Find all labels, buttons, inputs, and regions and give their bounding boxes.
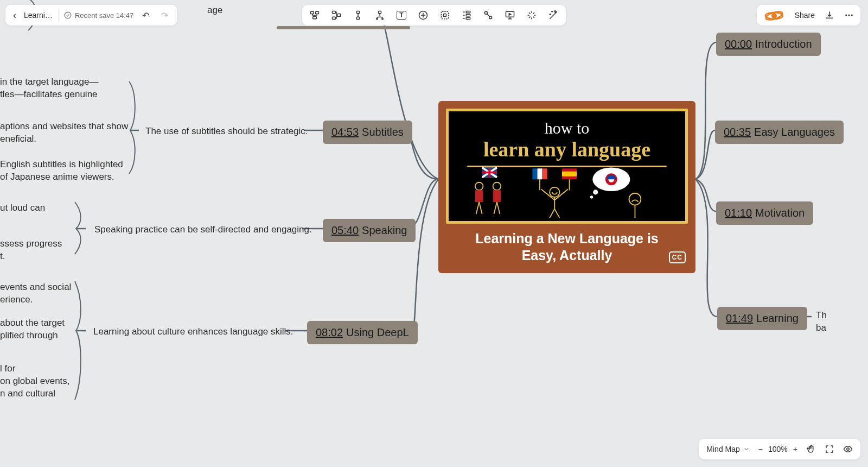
svg-rect-52 bbox=[466, 11, 470, 13]
chapter-label: Learning bbox=[756, 312, 799, 324]
text-tool-icon[interactable]: T bbox=[395, 9, 407, 21]
chapter-label: Easy Languages bbox=[754, 126, 835, 138]
svg-point-9 bbox=[475, 182, 483, 191]
anno-speaking-summary[interactable]: Speaking practice can be self-directed a… bbox=[94, 224, 312, 236]
svg-point-62 bbox=[848, 15, 850, 16]
zoom-out-button[interactable]: − bbox=[758, 445, 763, 453]
pan-tool-icon[interactable] bbox=[806, 444, 816, 454]
chapter-node-learning[interactable]: 01:49Learning bbox=[717, 307, 807, 330]
svg-point-64 bbox=[847, 448, 850, 451]
svg-line-12 bbox=[479, 202, 482, 214]
zoom-in-button[interactable]: + bbox=[793, 445, 797, 453]
add-child-node-icon[interactable] bbox=[309, 9, 321, 21]
chapter-node-deepl[interactable]: 08:02Using DeepL bbox=[307, 321, 418, 344]
timestamp: 01:10 bbox=[725, 207, 752, 219]
anno-right-fragment: Th ba bbox=[816, 310, 827, 335]
app-logo-icon[interactable] bbox=[763, 10, 785, 21]
svg-rect-10 bbox=[475, 190, 483, 202]
svg-point-34 bbox=[590, 195, 593, 198]
back-button[interactable]: ‹ bbox=[11, 8, 18, 22]
svg-line-28 bbox=[550, 209, 554, 218]
svg-rect-50 bbox=[441, 11, 448, 18]
add-icon[interactable] bbox=[417, 9, 429, 21]
timestamp: 00:00 bbox=[725, 38, 752, 50]
thumb-line1: how to bbox=[449, 119, 685, 137]
redo-button[interactable]: ↷ bbox=[158, 8, 171, 23]
anno-top-fragment: age bbox=[207, 4, 222, 17]
svg-rect-45 bbox=[357, 17, 360, 19]
svg-rect-42 bbox=[333, 17, 336, 19]
add-sibling-node-icon[interactable] bbox=[330, 9, 342, 21]
video-thumbnail: how to learn any language bbox=[446, 109, 688, 224]
anno-deepl-2: about the target plified through bbox=[0, 317, 65, 342]
svg-line-11 bbox=[476, 202, 479, 214]
ai-sparkle-icon[interactable] bbox=[526, 9, 538, 21]
chapter-node-intro[interactable]: 00:00Introduction bbox=[716, 33, 821, 56]
anno-subtitles-3: English subtitles is highlighted of Japa… bbox=[0, 159, 123, 184]
svg-rect-18 bbox=[537, 168, 542, 179]
preview-eye-icon[interactable] bbox=[843, 444, 853, 454]
chapter-node-motivation[interactable]: 01:10Motivation bbox=[716, 201, 813, 225]
chapter-label: Introduction bbox=[755, 38, 812, 50]
svg-point-24 bbox=[550, 187, 559, 197]
chapter-label: Subtitles bbox=[362, 126, 404, 138]
svg-line-27 bbox=[554, 189, 568, 200]
svg-rect-44 bbox=[357, 11, 360, 14]
anno-deepl-1: events and social erience. bbox=[0, 281, 71, 306]
chapter-label: Speaking bbox=[362, 224, 407, 236]
chapter-node-subtitles[interactable]: 04:53Subtitles bbox=[323, 121, 412, 144]
svg-rect-53 bbox=[466, 14, 470, 16]
bottom-controls: Mind Map − 100% + bbox=[699, 439, 860, 459]
chapter-node-easy-languages[interactable]: 00:35Easy Languages bbox=[715, 121, 844, 144]
svg-point-37 bbox=[65, 12, 71, 18]
svg-rect-19 bbox=[542, 168, 547, 179]
central-node-caption: Learning a New Language is Easy, Actuall… bbox=[446, 230, 688, 264]
save-status: Recent save 14:47 bbox=[64, 11, 133, 20]
svg-rect-38 bbox=[311, 11, 314, 14]
anno-subtitles-summary[interactable]: The use of subtitles should be strategic… bbox=[145, 125, 308, 138]
chapter-label: Using DeepL bbox=[346, 326, 409, 338]
svg-rect-43 bbox=[337, 14, 341, 17]
svg-rect-54 bbox=[466, 17, 470, 19]
timestamp: 01:49 bbox=[726, 312, 753, 324]
svg-point-59 bbox=[771, 13, 777, 18]
magic-wand-icon[interactable] bbox=[547, 9, 559, 21]
summary-icon[interactable] bbox=[374, 9, 386, 21]
more-menu-icon[interactable] bbox=[844, 10, 854, 20]
cc-icon: CC bbox=[669, 251, 686, 263]
svg-point-63 bbox=[851, 15, 853, 16]
svg-rect-51 bbox=[444, 14, 446, 17]
svg-rect-17 bbox=[532, 168, 537, 179]
outline-icon[interactable] bbox=[461, 9, 473, 21]
svg-point-35 bbox=[629, 193, 641, 205]
svg-line-26 bbox=[541, 189, 555, 200]
link-icon[interactable] bbox=[482, 9, 494, 21]
timestamp: 08:02 bbox=[316, 326, 343, 338]
svg-rect-14 bbox=[493, 190, 501, 202]
anno-subtitles-2: aptions and websites that show eneficial… bbox=[0, 121, 128, 146]
chapter-node-speaking[interactable]: 05:40Speaking bbox=[323, 219, 416, 242]
svg-point-61 bbox=[845, 15, 847, 16]
timestamp: 05:40 bbox=[331, 224, 359, 236]
view-mode-label: Mind Map bbox=[706, 445, 739, 453]
share-button[interactable]: Share bbox=[795, 11, 815, 20]
zoom-level: 100% bbox=[768, 445, 788, 453]
view-mode-selector[interactable]: Mind Map bbox=[706, 445, 749, 453]
fit-screen-icon[interactable] bbox=[825, 444, 834, 454]
boundary-icon[interactable] bbox=[439, 9, 451, 21]
svg-rect-39 bbox=[316, 11, 319, 14]
header-pill: ‹ Learni… Recent save 14:47 ↶ ↷ bbox=[5, 5, 177, 26]
svg-rect-40 bbox=[313, 17, 317, 19]
anno-deepl-summary[interactable]: Learning about culture enhances language… bbox=[93, 326, 293, 338]
relationship-icon[interactable] bbox=[352, 9, 364, 21]
presentation-icon[interactable] bbox=[504, 9, 516, 21]
download-icon[interactable] bbox=[825, 10, 834, 20]
timestamp: 04:53 bbox=[331, 126, 359, 138]
undo-button[interactable]: ↶ bbox=[139, 8, 152, 23]
central-node[interactable]: how to learn any language bbox=[438, 101, 695, 273]
canvas-scroll-handle[interactable] bbox=[277, 26, 410, 29]
anno-speaking-2: ssess progress t. bbox=[0, 238, 62, 263]
document-title[interactable]: Learni… bbox=[24, 11, 53, 20]
svg-line-29 bbox=[554, 209, 559, 218]
svg-line-15 bbox=[494, 202, 496, 214]
